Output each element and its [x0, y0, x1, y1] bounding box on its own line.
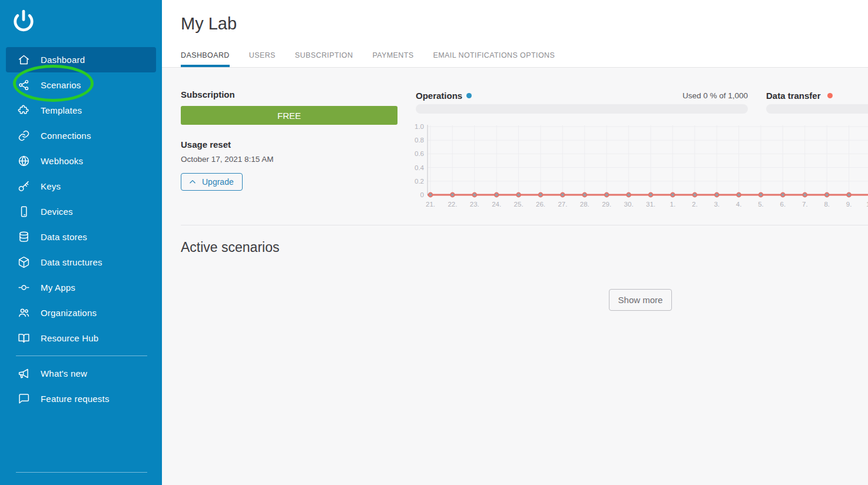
svg-text:8.: 8. — [824, 201, 830, 208]
chevron-up-icon — [188, 178, 197, 186]
operations-heading: Operations — [416, 91, 462, 101]
sidebar-item-label: Dashboard — [41, 55, 85, 65]
sidebar-item-whats-new[interactable]: What's new — [6, 361, 156, 386]
sidebar-divider — [16, 356, 147, 356]
svg-text:1.0: 1.0 — [415, 123, 424, 130]
svg-text:0.4: 0.4 — [415, 164, 425, 171]
sidebar-item-label: Organizations — [41, 308, 97, 318]
svg-text:5.: 5. — [758, 201, 764, 208]
sidebar-item-label: Data structures — [41, 257, 102, 267]
sidebar-nav: DashboardScenariosTemplatesConnectionsWe… — [0, 47, 162, 411]
sidebar-item-dashboard[interactable]: Dashboard — [6, 47, 156, 72]
sidebar-item-keys[interactable]: Keys — [6, 174, 156, 199]
sidebar-item-organizations[interactable]: Organizations — [6, 300, 156, 325]
sidebar-item-data-structures[interactable]: Data structures — [6, 250, 156, 275]
tab-payments[interactable]: PAYMENTS — [372, 51, 413, 67]
puzzle-icon — [17, 104, 30, 117]
svg-text:0: 0 — [420, 191, 424, 198]
show-more-button[interactable]: Show more — [609, 289, 672, 311]
smartphone-icon — [17, 205, 30, 218]
sidebar-item-label: Templates — [41, 105, 82, 115]
sidebar-item-label: Webhooks — [41, 156, 83, 166]
operations-status-dot — [466, 93, 472, 98]
operations-chart: 1.00.80.60.40.2021.22.23.24.25.26.27.28.… — [412, 121, 868, 214]
key-icon — [17, 180, 30, 193]
message-icon — [17, 393, 30, 406]
sidebar-item-templates[interactable]: Templates — [6, 98, 156, 123]
svg-text:21.: 21. — [426, 201, 435, 208]
sidebar-item-label: Connections — [41, 131, 91, 141]
package-icon — [17, 256, 30, 269]
usage-reset-value: October 17, 2021 8:15 AM — [181, 155, 397, 164]
operations-progress-bar — [416, 104, 748, 114]
svg-text:1.: 1. — [670, 201, 676, 208]
page-title: My Lab — [181, 14, 237, 34]
sidebar-item-label: Feature requests — [41, 394, 110, 404]
svg-text:29.: 29. — [602, 201, 611, 208]
operations-chart-container: 1.00.80.60.40.2021.22.23.24.25.26.27.28.… — [412, 121, 868, 214]
svg-text:0.8: 0.8 — [415, 137, 424, 144]
svg-text:0.2: 0.2 — [415, 178, 424, 185]
sidebar-item-label: Scenarios — [41, 80, 81, 90]
svg-text:6.: 6. — [780, 201, 786, 208]
sidebar-item-my-apps[interactable]: My Apps — [6, 275, 156, 300]
app-logo-power-icon[interactable] — [12, 9, 35, 32]
sidebar-item-label: Devices — [41, 207, 73, 217]
sidebar-item-scenarios[interactable]: Scenarios — [6, 72, 156, 98]
users-icon — [17, 307, 30, 320]
sidebar-item-label: Keys — [41, 181, 61, 191]
data-transfer-progress-bar — [766, 104, 868, 114]
sidebar-item-connections[interactable]: Connections — [6, 123, 156, 148]
svg-text:26.: 26. — [536, 201, 545, 208]
section-divider — [181, 225, 868, 225]
svg-text:4.: 4. — [736, 201, 742, 208]
sidebar-item-label: Data stores — [41, 232, 87, 242]
subscription-section: Subscription FREE Usage reset October 17… — [181, 89, 397, 191]
globe-icon — [17, 155, 30, 168]
operations-usage-label: Used 0 % of 1,000 — [683, 91, 748, 100]
sidebar-item-feature-requests[interactable]: Feature requests — [6, 386, 156, 411]
sidebar-item-webhooks[interactable]: Webhooks — [6, 148, 156, 174]
sidebar-item-resource-hub[interactable]: Resource Hub — [6, 325, 156, 351]
svg-text:2.: 2. — [692, 201, 698, 208]
node-icon — [17, 281, 30, 294]
database-icon — [17, 231, 30, 244]
tab-bar: DASHBOARDUSERSSUBSCRIPTIONPAYMENTSEMAIL … — [181, 51, 555, 67]
svg-text:23.: 23. — [470, 201, 479, 208]
sidebar: DashboardScenariosTemplatesConnectionsWe… — [0, 0, 162, 485]
tab-email-notifications-options[interactable]: EMAIL NOTIFICATIONS OPTIONS — [433, 51, 555, 67]
upgrade-button[interactable]: Upgrade — [181, 173, 243, 191]
share-icon — [17, 79, 30, 92]
subscription-heading: Subscription — [181, 89, 397, 99]
sidebar-item-data-stores[interactable]: Data stores — [6, 224, 156, 250]
dashboard-content: Subscription FREE Usage reset October 17… — [162, 68, 868, 485]
svg-text:24.: 24. — [492, 201, 501, 208]
tab-subscription[interactable]: SUBSCRIPTION — [295, 51, 353, 67]
svg-text:9.: 9. — [846, 201, 852, 208]
svg-text:0.6: 0.6 — [415, 150, 424, 157]
active-scenarios-heading: Active scenarios — [181, 240, 279, 255]
plan-free-button[interactable]: FREE — [181, 106, 397, 125]
megaphone-icon — [17, 367, 30, 380]
tab-dashboard[interactable]: DASHBOARD — [181, 51, 230, 67]
book-open-icon — [17, 332, 30, 345]
sidebar-bottom-divider — [16, 472, 147, 473]
svg-text:30.: 30. — [624, 201, 634, 208]
svg-text:31.: 31. — [646, 201, 655, 208]
upgrade-button-label: Upgrade — [202, 177, 234, 187]
svg-text:7.: 7. — [802, 201, 808, 208]
usage-reset-heading: Usage reset — [181, 139, 397, 150]
tab-users[interactable]: USERS — [249, 51, 276, 67]
page-header: My Lab DASHBOARDUSERSSUBSCRIPTIONPAYMENT… — [162, 0, 868, 68]
data-transfer-heading: Data transfer — [766, 91, 821, 101]
data-transfer-header: Data transfer — [766, 91, 833, 101]
svg-text:22.: 22. — [448, 201, 457, 208]
data-transfer-status-dot — [827, 93, 833, 98]
sidebar-item-label: Resource Hub — [41, 333, 98, 343]
svg-text:25.: 25. — [514, 201, 524, 208]
home-icon — [17, 54, 30, 67]
sidebar-item-label: My Apps — [41, 283, 75, 293]
operations-header: Operations Used 0 % of 1,000 — [416, 91, 748, 101]
svg-text:3.: 3. — [714, 201, 720, 208]
sidebar-item-devices[interactable]: Devices — [6, 199, 156, 224]
